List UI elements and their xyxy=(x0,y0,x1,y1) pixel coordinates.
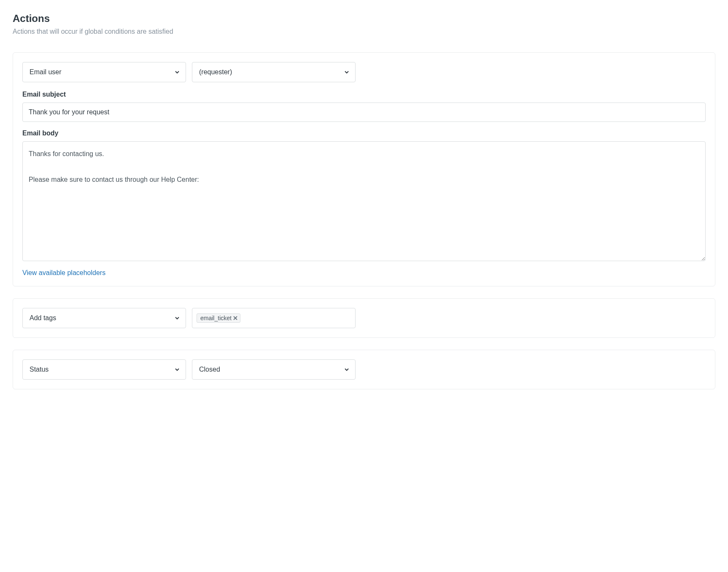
chevron-down-icon xyxy=(175,367,180,372)
action-type-select[interactable]: Add tags xyxy=(22,308,186,328)
select-row: Status Closed xyxy=(22,359,706,380)
chevron-down-icon xyxy=(175,70,180,75)
select-row: Email user (requester) xyxy=(22,62,706,82)
action-type-select[interactable]: Email user xyxy=(22,62,186,82)
tag-chip: email_ticket xyxy=(197,313,240,323)
action-card-email: Email user (requester) Email subject Ema… xyxy=(13,52,715,286)
status-value-select[interactable]: Closed xyxy=(192,359,356,380)
action-card-status: Status Closed xyxy=(13,350,715,389)
view-placeholders-link[interactable]: View available placeholders xyxy=(22,269,105,276)
chevron-down-icon xyxy=(344,367,349,372)
email-subject-input[interactable] xyxy=(22,103,706,122)
action-type-value: Add tags xyxy=(30,314,56,322)
email-subject-label: Email subject xyxy=(22,91,706,98)
email-body-label: Email body xyxy=(22,130,706,137)
page-subtitle: Actions that will occur if global condit… xyxy=(13,28,715,35)
action-type-select[interactable]: Status xyxy=(22,359,186,380)
recipient-value: (requester) xyxy=(199,68,232,76)
email-body-textarea[interactable] xyxy=(22,141,706,261)
tag-label: email_ticket xyxy=(200,315,232,321)
action-card-tags: Add tags email_ticket xyxy=(13,298,715,338)
status-value: Closed xyxy=(199,366,220,373)
recipient-select[interactable]: (requester) xyxy=(192,62,356,82)
action-type-value: Email user xyxy=(30,68,62,76)
action-type-value: Status xyxy=(30,366,49,373)
select-row: Add tags email_ticket xyxy=(22,308,706,328)
close-icon[interactable] xyxy=(233,316,237,320)
chevron-down-icon xyxy=(175,316,180,321)
page-title: Actions xyxy=(13,13,715,24)
chevron-down-icon xyxy=(344,70,349,75)
tags-input[interactable]: email_ticket xyxy=(192,308,356,328)
